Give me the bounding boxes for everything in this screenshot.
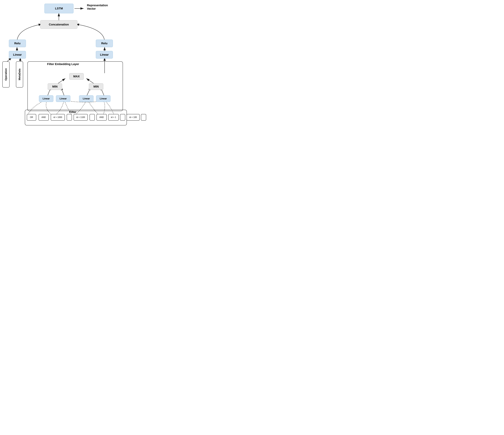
linear-2-label: Linear	[60, 97, 67, 100]
linear-right-label: Linear	[100, 53, 109, 56]
token-or-box: OR	[27, 114, 36, 121]
token-id1100-label: id < 1100	[76, 116, 85, 119]
min-left-box: MIN	[48, 83, 62, 90]
linear-3-box: Linear	[79, 95, 93, 102]
max-box: MAX	[69, 73, 84, 80]
token-id100-box: id < 100	[126, 114, 140, 121]
representation-vector-label: Representation Vector	[84, 4, 110, 13]
filter-embedding-label: Filter Embedding Layer	[47, 62, 79, 66]
operation-label: Operation	[4, 68, 8, 81]
operation-box: Operation	[2, 61, 9, 87]
linear-4-label: Linear	[100, 97, 107, 100]
max-label: MAX	[73, 75, 80, 78]
lstm-label: LSTM	[55, 7, 63, 10]
linear-1-label: Linear	[43, 97, 50, 100]
linear-right-box: Linear	[96, 51, 113, 59]
token-empty4-box	[141, 114, 146, 121]
token-id1000-label: id > 1000	[54, 116, 62, 119]
token-and1-box: AND	[39, 114, 49, 121]
filter-text: Filter	[69, 110, 76, 114]
linear-left-label: Linear	[13, 53, 22, 56]
linear-4-box: Linear	[96, 95, 110, 102]
token-empty3-box	[120, 114, 125, 121]
token-id100-label: id < 100	[129, 116, 137, 119]
min-right-box: MIN	[89, 83, 103, 90]
linear-left-box: Linear	[9, 51, 26, 59]
diagram: LSTM Representation Vector Concatenation…	[0, 0, 151, 130]
relu-right-label: Relu	[101, 42, 108, 45]
token-and2-box: AND	[97, 114, 107, 121]
filter-label: Filter	[69, 110, 76, 114]
relu-left-box: Relu	[9, 40, 26, 47]
min-right-label: MIN	[93, 85, 99, 88]
relu-left-label: Relu	[14, 42, 20, 45]
concat-label: Concatenation	[49, 23, 69, 26]
token-id1100-box: id < 1100	[74, 114, 88, 121]
token-and2-label: AND	[99, 116, 104, 119]
token-id1-box: id > 1	[108, 114, 119, 121]
metadata-box: MetaData	[16, 61, 23, 87]
token-or-label: OR	[30, 116, 33, 119]
token-empty2-box	[90, 114, 95, 121]
linear-3-label: Linear	[83, 97, 90, 100]
filter-embedding-text: Filter Embedding Layer	[47, 62, 79, 66]
lstm-box: LSTM	[45, 4, 73, 13]
min-left-label: MIN	[52, 85, 57, 88]
token-id1-label: id > 1	[111, 116, 116, 119]
repr-vector-text: Representation Vector	[87, 4, 108, 10]
linear-2-box: Linear	[56, 95, 70, 102]
relu-right-box: Relu	[96, 40, 113, 47]
token-id1000-box: id > 1000	[51, 114, 65, 121]
linear-1-box: Linear	[39, 95, 53, 102]
token-empty1-box	[67, 114, 72, 121]
concatenation-box: Concatenation	[40, 20, 77, 29]
token-and1-label: AND	[41, 116, 46, 119]
metadata-label: MetaData	[18, 69, 21, 80]
filter-embedding-container	[27, 61, 123, 111]
